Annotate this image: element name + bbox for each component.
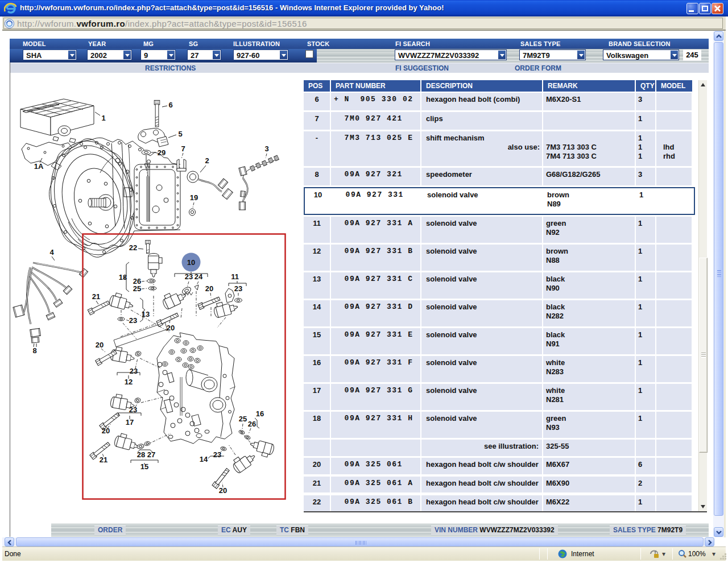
svg-text:23: 23 [129,316,137,325]
svg-text:25: 25 [133,284,141,293]
svg-text:29: 29 [158,148,166,157]
svg-text:27: 27 [147,450,155,459]
svg-text:20: 20 [219,486,227,495]
svg-text:4: 4 [49,248,54,256]
svg-text:8: 8 [32,346,36,355]
svg-text:16: 16 [256,409,264,418]
svg-text:19: 19 [190,193,198,202]
svg-text:23: 23 [130,367,138,375]
svg-text:5: 5 [178,130,182,138]
svg-text:23: 23 [185,272,193,281]
svg-text:20: 20 [96,341,104,349]
svg-text:1A: 1A [34,162,44,171]
svg-text:6: 6 [168,101,172,109]
svg-text:24: 24 [195,272,203,281]
svg-text:26: 26 [248,420,256,428]
svg-text:21: 21 [92,292,100,301]
svg-text:10: 10 [187,258,195,267]
svg-text:21: 21 [100,456,107,464]
svg-text:14: 14 [200,455,208,463]
svg-text:1: 1 [101,114,105,122]
svg-text:18: 18 [119,273,127,282]
svg-text:23: 23 [234,284,242,293]
svg-text:22: 22 [129,243,137,252]
svg-text:11: 11 [231,272,239,281]
svg-text:2: 2 [205,156,209,165]
svg-text:12: 12 [125,378,133,386]
svg-text:3: 3 [264,144,268,153]
svg-text:17: 17 [126,418,134,427]
svg-text:23: 23 [213,450,221,459]
svg-text:20: 20 [205,284,213,293]
svg-text:25: 25 [239,415,247,423]
svg-text:7: 7 [181,144,185,153]
svg-text:20: 20 [167,324,175,332]
svg-text:20: 20 [102,427,110,435]
